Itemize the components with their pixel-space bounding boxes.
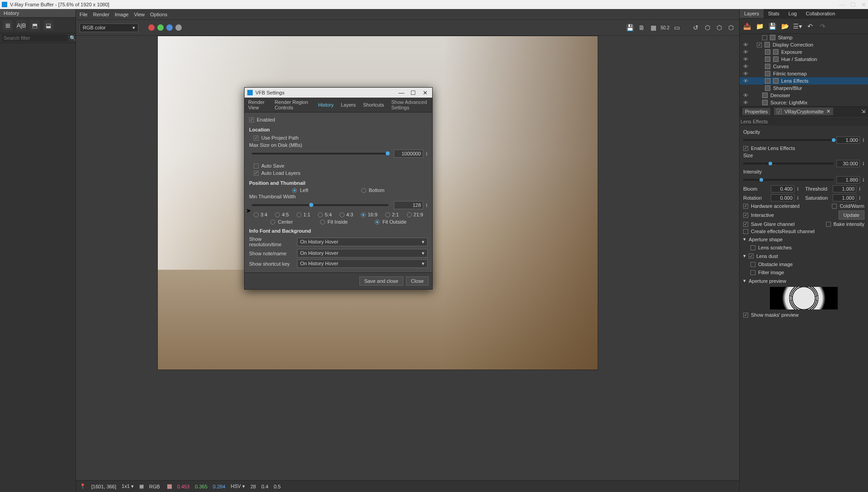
menu-icon[interactable]: ☰▾ [793, 22, 802, 31]
tab-render-view[interactable]: Render View [245, 98, 271, 112]
show-advanced-link[interactable]: Show Advanced Settings [387, 98, 432, 112]
close-button[interactable]: ✕ [861, 1, 866, 8]
save-image-icon[interactable]: 💾 [625, 23, 634, 32]
undo-icon[interactable]: ↶ [806, 22, 815, 31]
visibility-icon[interactable]: 👁 [742, 100, 749, 105]
props-menu-icon[interactable]: ⇲ [861, 108, 865, 114]
history-tab[interactable]: History [0, 9, 75, 18]
layer-checkbox[interactable] [757, 42, 762, 47]
green-channel-button[interactable] [157, 24, 164, 31]
properties-tab[interactable]: Properties [742, 108, 770, 115]
maximize-button[interactable]: ☐ [850, 1, 856, 8]
hsv-select[interactable]: HSV ▾ [231, 483, 245, 489]
dialog-close-button[interactable]: ✕ [420, 89, 429, 96]
menu-file[interactable]: File [80, 12, 88, 17]
save-all-icon[interactable]: 🗎 [637, 23, 646, 32]
fit-inside-radio[interactable] [320, 220, 325, 225]
layer-mask-icon[interactable] [765, 49, 770, 55]
render-icon[interactable]: ⬡ [703, 23, 712, 32]
interactive-checkbox[interactable] [743, 213, 748, 218]
close-dialog-button[interactable]: Close [406, 276, 429, 286]
show-note-select[interactable]: On History Hover▾ [297, 249, 428, 258]
ratio-option[interactable]: 4:3 [340, 212, 353, 217]
add-layer-icon[interactable]: 📥 [742, 22, 751, 31]
grid-icon[interactable]: ▦ [139, 483, 144, 489]
redo-icon[interactable]: ↷ [818, 22, 827, 31]
aperture-preview-row[interactable]: ▾Aperture preview [743, 276, 864, 285]
tab-log[interactable]: Log [784, 9, 801, 18]
lens-dust-row[interactable]: ▾Lens dust [743, 252, 864, 260]
enabled-checkbox[interactable] [249, 117, 254, 122]
tab-shortcuts[interactable]: Shortcuts [359, 100, 387, 109]
obstacle-image-row[interactable]: Obstacle image [743, 260, 864, 268]
layer-row[interactable]: 👁Exposure [740, 48, 868, 56]
saturation-input[interactable]: 1.000 [833, 194, 856, 201]
threshold-input[interactable]: 1.000 [833, 185, 856, 192]
ratio-option[interactable]: 3:4 [254, 212, 267, 217]
bake-intensity-checkbox[interactable] [826, 222, 831, 227]
min-thumb-input[interactable]: 128 [394, 201, 423, 209]
save-glare-checkbox[interactable] [743, 222, 748, 227]
fit-center-radio[interactable] [270, 220, 275, 225]
cryptomatte-tab[interactable]: VRayCryptomatte ✕ [774, 108, 833, 115]
layer-row[interactable]: 👁Denoiser [740, 92, 868, 99]
tab-collaboration[interactable]: Collaboration [801, 9, 840, 18]
cryptomatte-checkbox[interactable] [777, 109, 782, 114]
ratio-option[interactable]: 4:5 [275, 212, 288, 217]
hw-accel-checkbox[interactable] [743, 204, 748, 209]
menu-render[interactable]: Render [93, 12, 109, 17]
ratio-option[interactable]: 5:4 [318, 212, 331, 217]
scale-display[interactable]: 50.2 [660, 23, 670, 32]
intensity-input[interactable]: 1.880 [836, 176, 860, 183]
picker-icon[interactable]: 📍 [80, 483, 86, 489]
opacity-slider[interactable] [743, 139, 834, 141]
max-size-slider[interactable] [252, 153, 388, 155]
tab-layers-settings[interactable]: Layers [337, 100, 359, 109]
layer-row[interactable]: 👁Display Correction [740, 41, 868, 48]
auto-load-checkbox[interactable] [254, 171, 259, 176]
min-thumb-slider[interactable] [252, 204, 388, 206]
update-button[interactable]: Update [839, 211, 864, 220]
visibility-icon[interactable]: 👁 [742, 71, 749, 76]
save-layers-icon[interactable]: 💾 [768, 22, 777, 31]
folder-icon[interactable]: 📁 [755, 22, 764, 31]
layer-row[interactable]: 👁Hue / Saturation [740, 56, 868, 63]
channel-select[interactable]: RGB color▾ [80, 23, 138, 32]
search-icon[interactable]: 🔍 [70, 35, 76, 41]
max-size-input[interactable]: 1000000 [394, 150, 423, 158]
pos-bottom-radio[interactable] [361, 188, 366, 193]
aperture-shape-row[interactable]: ▾Aperture shape [743, 235, 864, 244]
ratio-option[interactable]: 2:1 [385, 212, 399, 217]
history-compare-icon[interactable]: A|B [16, 20, 26, 30]
visibility-icon[interactable]: 👁 [742, 93, 749, 98]
tab-history[interactable]: History [315, 100, 337, 109]
tab-render-region[interactable]: Render Region Controls [271, 98, 315, 112]
use-project-path-checkbox[interactable] [254, 136, 259, 141]
visibility-icon[interactable]: 👁 [742, 64, 749, 69]
size-input[interactable]: 30.000 [836, 160, 860, 167]
load-layers-icon[interactable]: 📂 [780, 22, 789, 31]
history-search-input[interactable] [2, 34, 68, 42]
layer-mask-icon[interactable] [765, 56, 770, 62]
tab-stats[interactable]: Stats [764, 9, 784, 18]
lens-scratches-row[interactable]: Lens scratches [743, 244, 864, 252]
visibility-icon[interactable]: 👁 [742, 49, 749, 55]
region-render-icon[interactable]: ▦ [649, 23, 658, 32]
layer-checkbox[interactable] [762, 35, 767, 40]
size-slider[interactable] [743, 163, 834, 164]
auto-save-checkbox[interactable] [254, 164, 259, 169]
cold-warm-checkbox[interactable] [832, 204, 837, 209]
link-icon[interactable]: ↺ [691, 23, 700, 32]
stop-render-icon[interactable]: ⬡ [726, 23, 736, 32]
layer-row[interactable]: 👁Lens Effects [740, 77, 868, 84]
size-spinner[interactable]: ⁞ [863, 161, 864, 167]
visibility-icon[interactable] [742, 35, 749, 40]
blue-channel-button[interactable] [166, 24, 173, 31]
render-last-icon[interactable]: ⬡ [715, 23, 724, 32]
tab-layers[interactable]: Layers [740, 9, 764, 18]
dialog-minimize-button[interactable]: — [397, 89, 406, 96]
rotation-input[interactable]: 0.000 [771, 194, 794, 201]
pos-left-radio[interactable] [292, 188, 297, 193]
layer-row[interactable]: Stamp [740, 34, 868, 41]
intensity-spinner[interactable]: ⁞ [863, 177, 864, 183]
